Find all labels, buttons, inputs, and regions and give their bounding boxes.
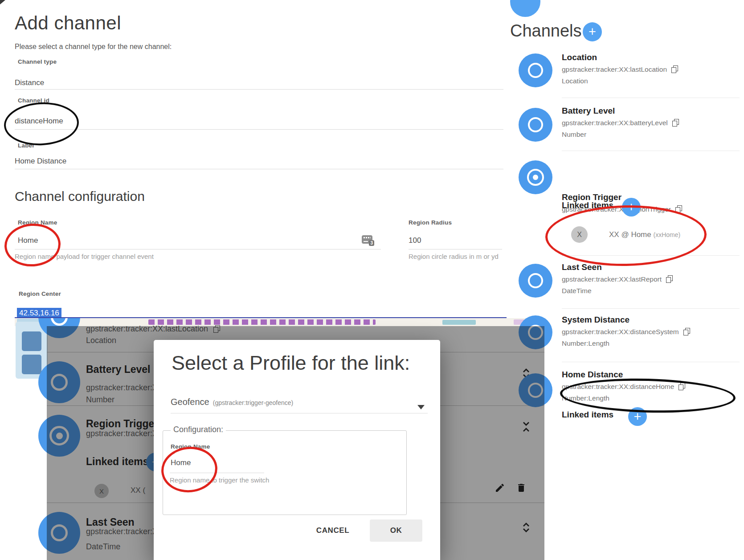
region-center-label: Region Center	[19, 290, 61, 297]
top-fab-button[interactable]	[510, 0, 540, 17]
divider	[562, 255, 740, 256]
profile-select-value: Geofence	[171, 397, 209, 407]
channel-title: Last Seen	[562, 262, 741, 273]
linked-item-avatar: X	[571, 226, 588, 243]
region-name-hint: Region name payload for trigger channel …	[15, 253, 154, 260]
form-intro: Please select a channel type for the new…	[15, 43, 172, 51]
avatar-letter: X	[577, 231, 582, 239]
add-channel-button[interactable]: +	[583, 22, 602, 41]
add-linked-item-button-2[interactable]: +	[628, 407, 647, 426]
channel-id-label: Channel id	[18, 97, 49, 104]
divider	[562, 98, 740, 98]
channel-type: Location	[562, 75, 741, 87]
channel-row-system-distance[interactable]: System Distance gpstracker:tracker:XX:di…	[519, 314, 741, 349]
channel-config-heading: Channel configuration	[15, 189, 145, 204]
channel-avatar	[519, 53, 552, 87]
modal-region-name-label: Region Name	[171, 443, 210, 450]
linked-item-text: XX @ Home	[609, 230, 651, 239]
profile-select-detail: (gpstracker:trigger-geofence)	[213, 399, 294, 406]
add-linked-item-button[interactable]: +	[622, 198, 641, 217]
channel-id: gpstracker:tracker:XX:distanceSystem	[562, 326, 679, 338]
profile-select[interactable]: Geofence (gpstracker:trigger-geofence)	[171, 397, 293, 407]
divider	[562, 362, 740, 362]
divider	[562, 308, 740, 309]
channel-type: Number	[562, 129, 741, 140]
channel-title: Battery Level	[562, 105, 741, 117]
channel-title: Location	[562, 52, 741, 63]
channel-type: Number:Length	[562, 392, 741, 404]
label-label: Label	[18, 142, 34, 149]
divider	[562, 151, 740, 151]
cancel-button[interactable]: CANCEL	[306, 520, 360, 541]
ok-button[interactable]: OK	[370, 519, 422, 542]
ring-icon	[528, 273, 543, 288]
annotation-red-ellipse-region-name	[3, 222, 62, 269]
channel-row-last-seen[interactable]: Last Seen gpstracker:tracker:XX:lastRepo…	[519, 262, 741, 297]
channel-id: gpstracker:tracker:XX:lastLocation	[562, 63, 667, 75]
map-zoom-out-button[interactable]	[22, 355, 41, 374]
dialog-title: Select a Profile for the link:	[172, 352, 410, 375]
channel-type: DateTime	[562, 285, 741, 297]
channel-row-battery[interactable]: Battery Level gpstracker:tracker:XX:batt…	[519, 105, 741, 140]
channel-type: Number:Length	[562, 338, 741, 349]
configuration-fieldset: Configuration: Region Name Home Region n…	[163, 430, 407, 515]
modal-region-name-field[interactable]: Home	[171, 458, 191, 467]
copy-icon[interactable]	[672, 119, 679, 127]
linked-item-detail: (xxHome)	[653, 231, 680, 238]
ring-dot-center	[533, 175, 538, 180]
channel-avatar	[519, 264, 552, 298]
label-field[interactable]: Home Distance	[15, 157, 66, 166]
profile-dialog: Select a Profile for the link: Geofence …	[154, 340, 440, 560]
label-underline	[15, 169, 503, 169]
map-zoom-in-button[interactable]	[22, 331, 41, 351]
corner-mark	[0, 0, 5, 4]
dropdown-arrow-icon[interactable]	[417, 405, 425, 409]
channel-id: gpstracker:tracker:XX:distanceHome	[562, 380, 674, 392]
fieldset-legend: Configuration:	[171, 425, 226, 434]
channel-id-underline	[15, 129, 503, 130]
ring-icon	[528, 63, 543, 78]
modal-region-name-hint: Region name to trigger the switch	[170, 476, 269, 484]
strip-fragment-teal	[442, 320, 476, 325]
plus-icon: +	[589, 25, 596, 39]
linked-items-heading-2: Linked items	[562, 410, 613, 420]
copy-icon[interactable]	[666, 275, 673, 283]
plus-icon: +	[634, 409, 642, 424]
channel-type-field[interactable]: Distance	[15, 78, 44, 87]
copy-icon[interactable]	[679, 383, 685, 390]
channel-row-home-distance[interactable]: Home Distance gpstracker:tracker:XX:dist…	[519, 369, 741, 404]
region-name-underline	[15, 249, 381, 249]
channel-id: gpstracker:tracker:XX:lastReport	[562, 273, 662, 285]
channel-avatar	[519, 108, 552, 142]
keyboard-input-icon[interactable]: 3	[362, 235, 372, 244]
profile-select-underline	[171, 413, 428, 413]
keyboard-badge: 3	[369, 240, 374, 246]
region-radius-hint: Region circle radius in m or yd	[409, 253, 499, 260]
region-radius-label: Region Radius	[409, 219, 452, 226]
copy-icon[interactable]	[675, 205, 682, 213]
channel-type-underline	[15, 89, 503, 90]
channel-id: gpstracker:tracker:XX:batteryLevel	[562, 117, 668, 129]
region-radius-field[interactable]: 100	[409, 236, 421, 245]
channels-heading: Channels	[510, 21, 582, 41]
channel-title: System Distance	[562, 314, 741, 326]
copy-icon[interactable]	[671, 65, 678, 73]
region-name-field[interactable]: Home	[18, 236, 38, 245]
keyboard-dash	[364, 241, 368, 242]
linked-items-heading: Linked items	[562, 200, 613, 210]
modal-region-name-underline	[170, 473, 264, 473]
region-name-label: Region Name	[18, 219, 57, 226]
openhab-paperui-page: { "add_form": { "title": "Add channel", …	[0, 0, 744, 560]
copy-icon[interactable]	[683, 328, 690, 335]
keyboard-dots	[364, 237, 371, 238]
channel-type-label: Channel type	[18, 58, 57, 65]
channel-row-location[interactable]: Location gpstracker:tracker:XX:lastLocat…	[519, 52, 741, 87]
channel-avatar	[519, 160, 552, 194]
ring-icon	[51, 318, 68, 326]
channel-title: Home Distance	[562, 369, 741, 380]
channel-id-field[interactable]: distanceHome	[15, 117, 63, 126]
ring-icon	[528, 117, 543, 132]
plus-icon: +	[628, 200, 635, 215]
linked-item[interactable]: XX @ Home (xxHome)	[609, 230, 680, 239]
region-radius-underline	[409, 249, 502, 249]
